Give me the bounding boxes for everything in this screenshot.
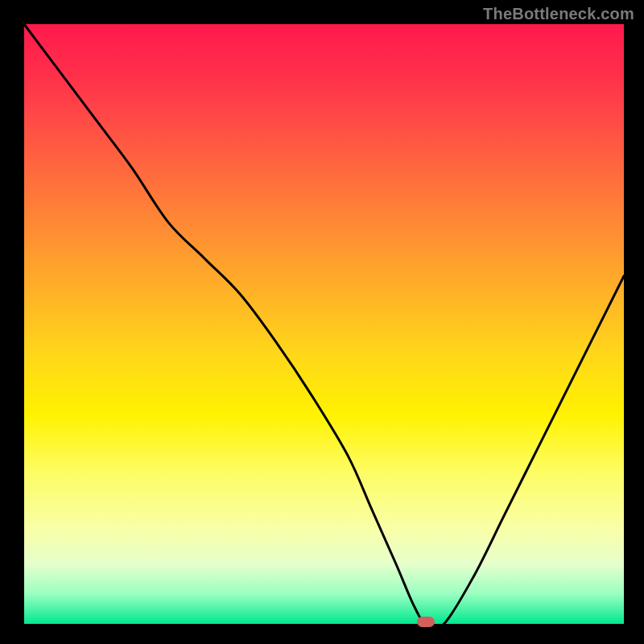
chart-frame: TheBottleneck.com: [0, 0, 644, 644]
plot-area: [24, 24, 624, 624]
optimal-marker: [417, 617, 435, 627]
watermark-text: TheBottleneck.com: [483, 5, 634, 23]
bottleneck-curve: [24, 24, 624, 624]
